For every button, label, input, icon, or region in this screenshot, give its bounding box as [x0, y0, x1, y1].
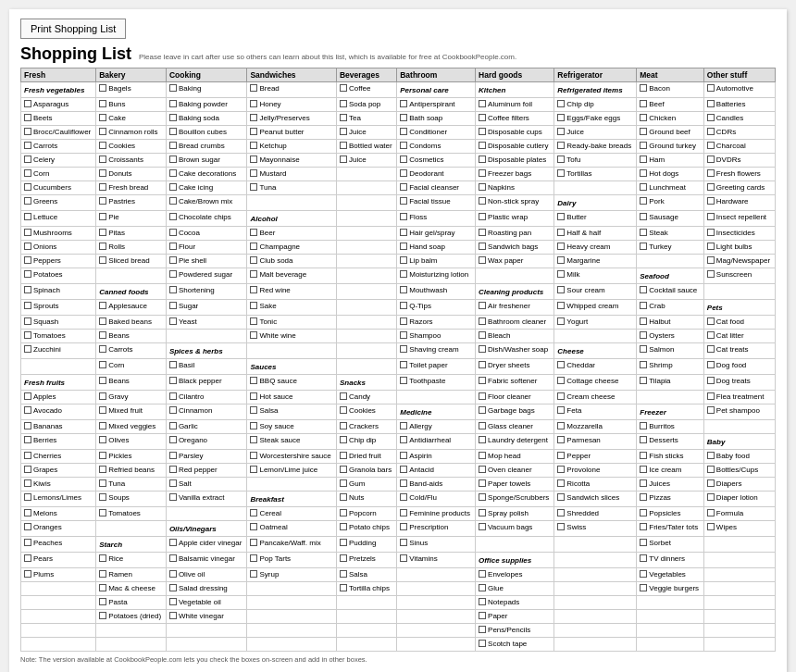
checkbox[interactable]	[707, 466, 715, 473]
checkbox[interactable]	[99, 436, 106, 443]
checkbox[interactable]	[169, 392, 177, 400]
checkbox[interactable]	[640, 479, 647, 487]
checkbox[interactable]	[640, 128, 647, 135]
checkbox[interactable]	[169, 156, 177, 163]
checkbox[interactable]	[99, 100, 106, 107]
checkbox[interactable]	[479, 406, 486, 414]
checkbox[interactable]	[340, 84, 347, 92]
checkbox[interactable]	[479, 197, 486, 205]
checkbox[interactable]	[707, 169, 715, 177]
checkbox[interactable]	[400, 452, 407, 459]
checkbox[interactable]	[340, 452, 347, 459]
checkbox[interactable]	[400, 436, 407, 443]
checkbox[interactable]	[340, 570, 347, 578]
checkbox[interactable]	[479, 509, 486, 516]
checkbox[interactable]	[250, 554, 257, 562]
checkbox[interactable]	[24, 406, 31, 414]
checkbox[interactable]	[400, 128, 407, 135]
checkbox[interactable]	[24, 345, 31, 353]
checkbox[interactable]	[479, 436, 486, 443]
checkbox[interactable]	[479, 570, 486, 578]
checkbox[interactable]	[169, 256, 177, 264]
checkbox[interactable]	[340, 100, 347, 107]
checkbox[interactable]	[24, 114, 31, 121]
checkbox[interactable]	[640, 286, 647, 293]
checkbox[interactable]	[24, 466, 31, 473]
checkbox[interactable]	[169, 270, 177, 278]
checkbox[interactable]	[557, 270, 565, 278]
checkbox[interactable]	[99, 114, 106, 121]
checkbox[interactable]	[557, 286, 565, 293]
checkbox[interactable]	[24, 331, 31, 339]
checkbox[interactable]	[479, 156, 486, 163]
checkbox[interactable]	[169, 452, 177, 459]
checkbox[interactable]	[640, 84, 647, 92]
checkbox[interactable]	[557, 317, 565, 325]
checkbox[interactable]	[479, 243, 486, 250]
checkbox[interactable]	[640, 197, 647, 205]
checkbox[interactable]	[169, 302, 177, 309]
checkbox[interactable]	[169, 317, 177, 325]
checkbox[interactable]	[400, 422, 407, 429]
checkbox[interactable]	[479, 100, 486, 107]
checkbox[interactable]	[24, 509, 31, 516]
checkbox[interactable]	[99, 317, 106, 325]
checkbox[interactable]	[250, 142, 257, 149]
checkbox[interactable]	[24, 523, 31, 530]
checkbox[interactable]	[707, 183, 715, 191]
checkbox[interactable]	[169, 584, 177, 591]
checkbox[interactable]	[24, 183, 31, 191]
checkbox[interactable]	[169, 493, 177, 501]
checkbox[interactable]	[99, 142, 106, 149]
checkbox[interactable]	[169, 84, 177, 92]
checkbox[interactable]	[557, 452, 565, 459]
checkbox[interactable]	[250, 539, 257, 546]
checkbox[interactable]	[24, 270, 31, 278]
checkbox[interactable]	[707, 361, 715, 368]
checkbox[interactable]	[24, 128, 31, 135]
checkbox[interactable]	[24, 479, 31, 487]
checkbox[interactable]	[640, 213, 647, 220]
checkbox[interactable]	[557, 361, 565, 368]
checkbox[interactable]	[479, 612, 486, 619]
checkbox[interactable]	[400, 361, 407, 368]
checkbox[interactable]	[169, 213, 177, 220]
checkbox[interactable]	[99, 197, 106, 205]
checkbox[interactable]	[250, 302, 257, 309]
checkbox[interactable]	[169, 479, 177, 487]
checkbox[interactable]	[169, 114, 177, 121]
checkbox[interactable]	[99, 509, 106, 516]
print-button[interactable]: Print Shopping List	[20, 19, 126, 39]
checkbox[interactable]	[400, 100, 407, 107]
checkbox[interactable]	[169, 243, 177, 250]
checkbox[interactable]	[479, 598, 486, 605]
checkbox[interactable]	[340, 493, 347, 501]
checkbox[interactable]	[557, 406, 565, 414]
checkbox[interactable]	[557, 479, 565, 487]
checkbox[interactable]	[99, 570, 106, 578]
checkbox[interactable]	[250, 466, 257, 473]
checkbox[interactable]	[640, 452, 647, 459]
checkbox[interactable]	[169, 539, 177, 546]
checkbox[interactable]	[557, 422, 565, 429]
checkbox[interactable]	[99, 554, 106, 562]
checkbox[interactable]	[400, 345, 407, 353]
checkbox[interactable]	[340, 128, 347, 135]
checkbox[interactable]	[340, 584, 347, 591]
checkbox[interactable]	[250, 392, 257, 400]
checkbox[interactable]	[340, 392, 347, 400]
checkbox[interactable]	[340, 436, 347, 443]
checkbox[interactable]	[557, 229, 565, 236]
checkbox[interactable]	[479, 142, 486, 149]
checkbox[interactable]	[557, 377, 565, 384]
checkbox[interactable]	[479, 466, 486, 473]
checkbox[interactable]	[250, 331, 257, 339]
checkbox[interactable]	[400, 256, 407, 264]
checkbox[interactable]	[340, 539, 347, 546]
checkbox[interactable]	[400, 197, 407, 205]
checkbox[interactable]	[557, 100, 565, 107]
checkbox[interactable]	[24, 142, 31, 149]
checkbox[interactable]	[24, 392, 31, 400]
checkbox[interactable]	[169, 183, 177, 191]
checkbox[interactable]	[400, 243, 407, 250]
